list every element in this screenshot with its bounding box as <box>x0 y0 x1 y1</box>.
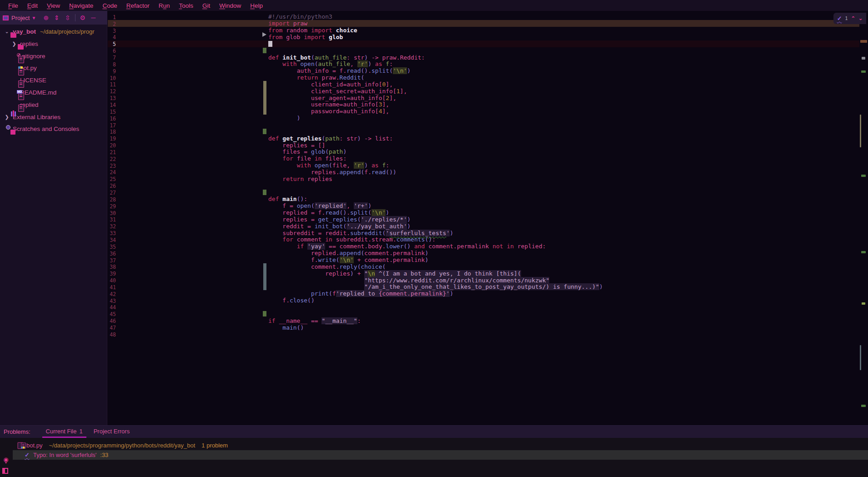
gutter-triangle-icon[interactable] <box>262 32 266 37</box>
project-panel-title[interactable]: Project <box>11 15 30 21</box>
line-number[interactable]: 20 <box>108 142 116 149</box>
line-number[interactable]: 43 <box>108 298 116 304</box>
line-number[interactable]: 12 <box>108 88 116 95</box>
stripe-mark[interactable] <box>860 345 861 370</box>
line-number[interactable]: 17 <box>108 122 116 129</box>
line-number[interactable]: 37 <box>108 257 116 264</box>
stripe-mark[interactable] <box>861 70 866 73</box>
menu-run[interactable]: Run <box>154 1 175 10</box>
stripe-mark[interactable] <box>862 57 865 60</box>
tree-item-bot-py[interactable]: bot.py <box>0 62 107 74</box>
problems-file-row[interactable]: bot.py ~/data/projects/programming/pytho… <box>13 441 868 450</box>
line-number[interactable]: 30 <box>108 210 116 216</box>
menu-view[interactable]: View <box>42 1 65 10</box>
stripe-mark[interactable] <box>862 302 865 305</box>
line-number[interactable]: 19 <box>108 136 116 142</box>
open-in-split-icon[interactable] <box>2 468 10 474</box>
gutter-added-lines-marker[interactable] <box>263 48 266 53</box>
menu-git[interactable]: Git <box>198 1 215 10</box>
line-number[interactable]: 6 <box>108 48 116 54</box>
line-number[interactable]: 40 <box>108 277 116 284</box>
menu-edit[interactable]: Edit <box>23 1 42 10</box>
line-number[interactable]: 2 <box>108 21 116 27</box>
line-number[interactable]: 13 <box>108 95 116 101</box>
gutter-changed-lines-marker[interactable] <box>263 263 266 290</box>
collapse-all-icon[interactable]: ⇳ <box>65 15 70 21</box>
severity-filter-icon[interactable]: ◉▾ <box>2 456 10 465</box>
tab-current-file[interactable]: Current File1 <box>40 426 88 438</box>
code-editor[interactable]: 1#!/usr/bin/python32import praw3from ran… <box>108 11 859 425</box>
line-number[interactable]: 14 <box>108 102 116 108</box>
tree-item-replied[interactable]: replied <box>0 99 107 111</box>
line-number[interactable]: 4 <box>108 34 116 40</box>
tab-project-errors[interactable]: Project Errors <box>88 426 135 438</box>
line-number[interactable]: 10 <box>108 75 116 81</box>
line-number[interactable]: 39 <box>108 271 116 277</box>
error-stripe[interactable] <box>859 11 868 425</box>
problems-issue-row[interactable]: ✓ Typo: In word 'surferluls' :33 <box>13 450 868 460</box>
line-number[interactable]: 41 <box>108 284 116 291</box>
menu-tools[interactable]: Tools <box>174 1 198 10</box>
line-number[interactable]: 9 <box>108 68 116 75</box>
locate-icon[interactable]: ⊕ <box>43 15 49 21</box>
gear-icon[interactable]: ⚙ <box>80 15 86 21</box>
line-number[interactable]: 18 <box>108 129 116 135</box>
menu-file[interactable]: File <box>4 1 23 10</box>
gutter-added-lines-marker[interactable] <box>263 129 266 134</box>
line-number[interactable]: 32 <box>108 223 116 230</box>
line-number[interactable]: 21 <box>108 149 116 156</box>
expand-all-icon[interactable]: ⇕ <box>54 15 60 21</box>
previous-problem-icon[interactable]: ⌃ <box>851 15 855 21</box>
line-number[interactable]: 31 <box>108 216 116 223</box>
line-number[interactable]: 29 <box>108 203 116 210</box>
line-number[interactable]: 27 <box>108 190 116 196</box>
line-number[interactable]: 25 <box>108 176 116 182</box>
tree-item--gitignore[interactable]: .gitignore <box>0 50 107 62</box>
line-number[interactable]: 8 <box>108 61 116 68</box>
line-number[interactable]: 26 <box>108 183 116 189</box>
menu-window[interactable]: Window <box>215 1 246 10</box>
line-number[interactable]: 11 <box>108 81 116 88</box>
gutter-changed-lines-marker[interactable] <box>263 81 266 115</box>
line-number[interactable]: 33 <box>108 230 116 236</box>
gutter-added-lines-marker[interactable] <box>263 190 266 195</box>
line-number[interactable]: 35 <box>108 244 116 250</box>
line-number[interactable]: 1 <box>108 14 116 20</box>
gutter-added-lines-marker[interactable] <box>263 311 266 316</box>
line-number[interactable]: 48 <box>108 331 116 338</box>
line-number[interactable]: 45 <box>108 311 116 317</box>
line-number[interactable]: 16 <box>108 115 116 122</box>
stripe-mark[interactable] <box>860 115 861 147</box>
tree-item-readme-md[interactable]: MDREADME.md <box>0 86 107 99</box>
chevron-down-icon[interactable]: ▼ <box>31 15 36 20</box>
stripe-mark[interactable] <box>861 405 866 407</box>
chevron-right-icon[interactable]: ❯ <box>11 41 17 47</box>
menu-navigate[interactable]: Navigate <box>65 1 98 10</box>
line-number[interactable]: 34 <box>108 237 116 243</box>
stripe-mark[interactable] <box>860 40 867 43</box>
line-number[interactable]: 5 <box>108 41 116 47</box>
stripe-mark[interactable] <box>861 251 866 253</box>
line-number[interactable]: 44 <box>108 304 116 311</box>
tree-item-replies[interactable]: ❯replies <box>0 38 107 50</box>
line-number[interactable]: 28 <box>108 196 116 203</box>
menu-code[interactable]: Code <box>98 1 121 10</box>
hide-icon[interactable]: ─ <box>91 15 95 21</box>
menu-refactor[interactable]: Refactor <box>122 1 154 10</box>
line-number[interactable]: 36 <box>108 251 116 257</box>
line-number[interactable]: 22 <box>108 156 116 162</box>
tree-item-yay-bot[interactable]: ⌄yay_bot~/data/projects/progr <box>0 25 107 38</box>
line-number[interactable]: 42 <box>108 291 116 297</box>
tree-item-scratches-and-consoles[interactable]: Scratches and Consoles <box>0 123 107 135</box>
chevron-right-icon[interactable]: ❯ <box>4 114 10 120</box>
tree-item-license[interactable]: LICENSE <box>0 74 107 86</box>
line-number[interactable]: 24 <box>108 169 116 176</box>
line-number[interactable]: 23 <box>108 163 116 169</box>
tree-item-external-libraries[interactable]: ❯External Libraries <box>0 111 107 123</box>
line-number[interactable]: 7 <box>108 55 116 61</box>
chevron-down-icon[interactable]: ⌄ <box>4 29 10 35</box>
menu-help[interactable]: Help <box>246 1 267 10</box>
line-number[interactable]: 38 <box>108 264 116 270</box>
line-number[interactable]: 15 <box>108 109 116 115</box>
line-number[interactable]: 47 <box>108 325 116 331</box>
